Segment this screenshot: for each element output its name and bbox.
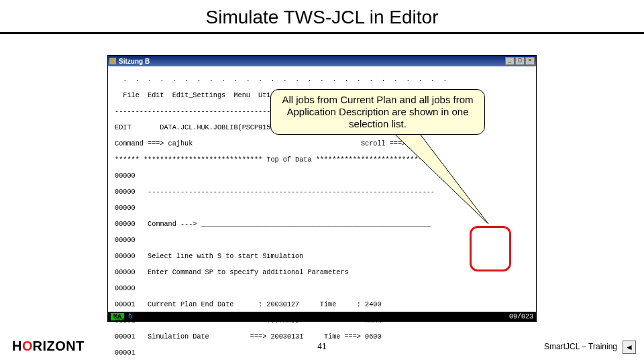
minimize-button[interactable]: _ [505,57,515,65]
panel-command[interactable]: 00000 Command ---> _____________________… [111,221,533,229]
sim-date[interactable]: 00001 Simulation Date ===> 20030131 Time… [111,333,533,341]
command-line[interactable]: Command ===> cajhuk Scroll ===> CSR [111,140,533,148]
cp-end-date: 00001 Current Plan End Date : 20030127 T… [111,301,533,309]
brand-logo: HORIZONT [12,339,85,354]
triangle-left-icon: ◄ [625,343,633,352]
window-title: Sitzung B [109,58,150,65]
app-icon [109,58,116,64]
help-line-1: 00000 Select line with S to start Simula… [111,253,533,261]
panel-blank: 00000 [111,204,533,213]
maximize-button[interactable]: □ [515,57,525,65]
close-button[interactable]: ✕ [525,57,535,65]
menu-spacer: . . . . . . . . . . . . . . . . . . . . … [111,76,533,84]
callout-text: All jobs from Current Plan and all jobs … [282,94,473,129]
window-controls: _ □ ✕ [505,57,535,65]
panel-rule: 00000 ----------------------------------… [111,188,533,196]
callout-bubble: All jobs from Current Plan and all jobs … [270,89,485,135]
slide-title: Simulate TWS-JCL in Editor [0,0,644,34]
help-line-2: 00000 Enter Command SP to specify additi… [111,269,533,277]
panel-blank: 00000 [111,285,533,293]
window-titlebar: Sitzung B _ □ ✕ [108,56,536,66]
panel-blank: 00000 [111,237,533,245]
cp-format: 00001 YYYYMMDD HHMM [111,317,533,325]
page-number: 41 [317,342,326,351]
top-of-data: ****** ***************************** Top… [111,156,533,164]
line-00000: 00000 [111,172,533,180]
footer-right: SmartJCL – Training [544,342,617,351]
window-title-text: Sitzung B [119,58,150,65]
nav-back-button[interactable]: ◄ [623,341,636,354]
